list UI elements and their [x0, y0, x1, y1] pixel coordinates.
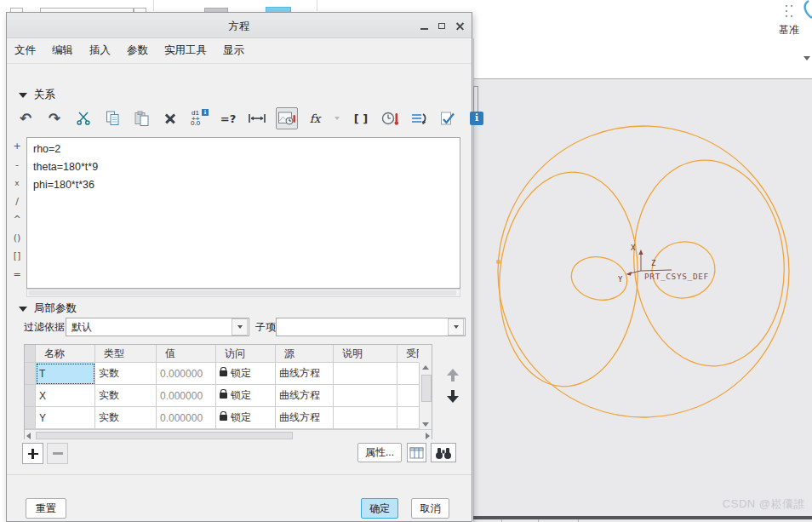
check-syntax-icon[interactable]	[437, 108, 458, 129]
copy-icon[interactable]	[102, 108, 123, 129]
sketch-curve-icon[interactable]	[783, 0, 812, 20]
axis-z-label: Z	[651, 259, 656, 267]
cell-name[interactable]: X	[36, 385, 95, 407]
menu-show[interactable]: 显示	[223, 43, 244, 58]
cell-access[interactable]: 锁定	[216, 363, 276, 385]
minimize-icon[interactable]	[419, 21, 431, 32]
move-down-icon[interactable]	[446, 387, 460, 403]
axis-y-label: Y	[618, 275, 623, 284]
col-name[interactable]: 名称	[36, 345, 95, 363]
menu-insert[interactable]: 插入	[89, 43, 111, 58]
relations-section-header[interactable]: 关系	[19, 88, 55, 102]
menu-edit[interactable]: 编辑	[52, 43, 73, 58]
cut-icon[interactable]	[73, 108, 94, 129]
scroll-left-icon[interactable]	[26, 433, 31, 439]
filter-by-value: 默认	[71, 320, 92, 335]
op-plus-button[interactable]: +	[13, 141, 20, 152]
find-button[interactable]	[431, 443, 456, 462]
move-up-icon[interactable]	[446, 369, 460, 384]
curve-canvas[interactable]: X Y Z PRT_CSYS_DEF	[473, 78, 812, 522]
op-multiply-button[interactable]: x	[14, 177, 19, 189]
cell-type[interactable]: 实数	[95, 363, 157, 385]
undo-icon[interactable]: ↶	[15, 108, 36, 129]
equation-editor[interactable]: rho=2 theta=180*t*9 phi=180*t*36	[26, 137, 460, 289]
col-access[interactable]: 访问	[216, 345, 276, 363]
table-horizontal-scrollbar[interactable]	[25, 429, 432, 439]
editor-horizontal-scrollbar[interactable]	[26, 289, 460, 297]
combobox-dropdown-icon[interactable]	[232, 318, 248, 336]
menu-parameters[interactable]: 参数	[127, 43, 148, 58]
col-type[interactable]: 类型	[95, 345, 157, 363]
sort-relations-icon[interactable]	[409, 108, 429, 129]
close-icon[interactable]	[455, 21, 466, 32]
maximize-icon[interactable]	[437, 21, 449, 32]
col-source[interactable]: 源	[276, 345, 334, 363]
measure-icon[interactable]	[247, 108, 267, 129]
cell-value[interactable]: 0.000000	[157, 407, 216, 429]
cell-restricted[interactable]	[397, 363, 419, 385]
evaluate-snapshot-icon[interactable]	[276, 107, 298, 129]
properties-button[interactable]: 属性...	[357, 443, 402, 462]
row-selector[interactable]	[25, 407, 36, 429]
scroll-down-icon[interactable]	[422, 422, 429, 427]
cell-source[interactable]: 曲线方程	[276, 363, 334, 385]
scroll-thumb[interactable]	[421, 375, 432, 402]
table-vertical-scrollbar[interactable]	[419, 363, 432, 429]
function-icon[interactable]: fx	[306, 108, 323, 129]
remove-parameter-button[interactable]	[47, 443, 68, 464]
csys-name-label[interactable]: PRT_CSYS_DEF	[644, 272, 709, 281]
columns-button[interactable]	[407, 443, 426, 462]
cell-description[interactable]	[334, 385, 397, 407]
row-selector[interactable]	[25, 363, 36, 385]
cell-restricted[interactable]	[397, 407, 419, 429]
scroll-up-icon[interactable]	[422, 365, 429, 370]
cell-value[interactable]: 0.000000	[157, 385, 216, 407]
verify-icon[interactable]: =?	[218, 108, 238, 129]
datum-dropdown-icon[interactable]	[803, 56, 810, 60]
cell-source[interactable]: 曲线方程	[276, 407, 334, 429]
filter-by-combobox[interactable]: 默认	[66, 318, 249, 336]
menu-file[interactable]: 文件	[14, 43, 36, 58]
dimension-display-icon[interactable]: d1 ++ 0.0 i	[189, 108, 209, 129]
cell-name[interactable]: Y	[36, 407, 95, 429]
dialog-titlebar[interactable]: 方程	[7, 13, 472, 38]
cancel-button[interactable]: 取消	[411, 498, 449, 519]
scroll-thumb[interactable]	[36, 432, 293, 439]
op-power-button[interactable]: ^	[13, 214, 20, 226]
delete-icon[interactable]	[160, 108, 180, 129]
cell-value[interactable]: 0.000000	[157, 363, 216, 385]
reset-button[interactable]: 重置	[26, 498, 66, 519]
row-selector[interactable]	[25, 385, 36, 407]
subitem-combobox[interactable]	[276, 318, 466, 336]
op-parens-button[interactable]: ()	[14, 232, 21, 244]
cell-source[interactable]: 曲线方程	[276, 385, 334, 407]
col-restricted[interactable]: 受限制	[397, 345, 419, 363]
cell-type[interactable]: 实数	[95, 407, 157, 429]
redo-icon[interactable]: ↷	[44, 108, 65, 129]
scroll-right-icon[interactable]	[426, 433, 430, 439]
cell-access[interactable]: 锁定	[216, 385, 276, 407]
paste-icon[interactable]	[131, 108, 152, 129]
col-value[interactable]: 值	[157, 345, 216, 363]
ok-button[interactable]: 确定	[361, 498, 398, 519]
cell-type[interactable]: 实数	[95, 385, 157, 407]
add-parameter-button[interactable]	[22, 443, 43, 464]
info-icon[interactable]: i	[466, 108, 487, 129]
evaluate-expression-icon[interactable]	[380, 108, 400, 129]
ribbon-group-datum[interactable]: 基准	[779, 23, 799, 37]
col-description[interactable]: 说明	[334, 345, 397, 363]
op-divide-button[interactable]: /	[15, 196, 19, 208]
cell-description[interactable]	[334, 363, 397, 385]
menu-utilities[interactable]: 实用工具	[164, 43, 207, 58]
op-minus-button[interactable]: -	[15, 159, 19, 171]
cell-name[interactable]: T	[36, 363, 95, 385]
function-dropdown-icon[interactable]	[332, 108, 342, 129]
combobox-dropdown-icon[interactable]	[448, 318, 464, 336]
local-params-section-header[interactable]: 局部参数	[19, 301, 77, 316]
op-equals-button[interactable]: =	[13, 269, 20, 281]
brackets-icon[interactable]: [ ]	[351, 108, 371, 129]
op-brackets-button[interactable]: []	[14, 250, 21, 262]
cell-description[interactable]	[334, 407, 397, 429]
cell-restricted[interactable]	[397, 385, 419, 407]
cell-access[interactable]: 锁定	[216, 407, 276, 429]
